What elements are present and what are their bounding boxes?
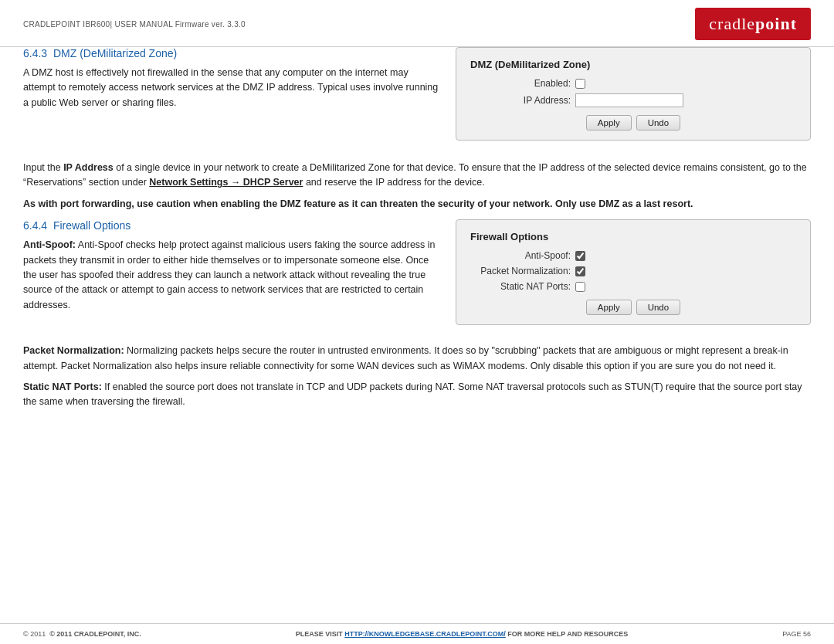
dmz-enabled-label: Enabled:	[470, 78, 571, 89]
dmz-undo-button[interactable]: Undo	[636, 115, 681, 130]
doc-title: CRADLEPOINT IBR600| USER MANUAL Firmware…	[23, 20, 246, 29]
fw-undo-button[interactable]: Undo	[636, 300, 681, 315]
fw-panel: Firewall Options Anti-Spoof: Packet Norm…	[456, 219, 811, 325]
fw-staticnat-para: Static NAT Ports: If enabled the source …	[23, 380, 811, 410]
dmz-panel: DMZ (DeMilitarized Zone) Enabled: IP Add…	[456, 47, 811, 141]
dmz-text: 6.4.3 DMZ (DeMilitarized Zone) A DMZ hos…	[23, 47, 439, 153]
fw-staticnat-checkbox[interactable]	[575, 282, 585, 292]
fw-buttons: Apply Undo	[470, 300, 796, 315]
fw-packetnorm-label: Packet Normalization:	[470, 266, 571, 276]
fw-antispoof-checkbox[interactable]	[575, 251, 585, 261]
fw-staticnat-heading: Static NAT Ports:	[23, 381, 102, 392]
fw-panel-side: Firewall Options Anti-Spoof: Packet Norm…	[456, 219, 811, 337]
dmz-warning: As with port forwarding, use caution whe…	[23, 197, 811, 212]
fw-antispoof-para: Anti-Spoof: Anti-Spoof checks help prote…	[23, 238, 439, 313]
fw-apply-button[interactable]: Apply	[586, 300, 632, 315]
dmz-para1: A DMZ host is effectively not firewalled…	[23, 66, 439, 110]
dmz-para2-link: Network Settings → DHCP Server	[149, 177, 303, 188]
dmz-para2: Input the IP Address of a single device …	[23, 161, 811, 191]
dmz-heading-link[interactable]: DMZ (DeMilitarized Zone)	[53, 47, 177, 59]
dmz-panel-side: DMZ (DeMilitarized Zone) Enabled: IP Add…	[456, 47, 811, 153]
dmz-section: 6.4.3 DMZ (DeMilitarized Zone) A DMZ hos…	[23, 47, 811, 153]
logo-box: cradlepoint	[695, 8, 811, 40]
footer-copyright: © 2011 © 2011 CRADLEPOINT, INC.	[23, 630, 141, 638]
fw-panel-title: Firewall Options	[470, 231, 796, 242]
footer-center: PLEASE VISIT HTTP://KNOWLEDGEBASE.CRADLE…	[296, 630, 629, 638]
fw-staticnat-row: Static NAT Ports:	[470, 281, 796, 292]
dmz-ip-input[interactable]	[575, 93, 683, 107]
fw-text: 6.4.4 Firewall Options Anti-Spoof: Anti-…	[23, 219, 439, 337]
fw-packetnorm-para: Packet Normalization: Normalizing packet…	[23, 344, 811, 374]
dmz-apply-button[interactable]: Apply	[586, 115, 632, 130]
fw-staticnat-label: Static NAT Ports:	[470, 281, 571, 292]
fw-packetnorm-checkbox[interactable]	[575, 266, 585, 276]
dmz-para2-bold: IP Address	[63, 162, 114, 173]
dmz-panel-title: DMZ (DeMilitarized Zone)	[470, 59, 796, 70]
dmz-buttons: Apply Undo	[470, 115, 796, 130]
fw-antispoof-row: Anti-Spoof:	[470, 250, 796, 261]
footer-link[interactable]: HTTP://KNOWLEDGEBASE.CRADLEPOINT.COM/	[344, 630, 506, 638]
firewall-section: 6.4.4 Firewall Options Anti-Spoof: Anti-…	[23, 219, 811, 337]
fw-heading-link[interactable]: Firewall Options	[53, 219, 131, 232]
page-footer: © 2011 © 2011 CRADLEPOINT, INC. PLEASE V…	[0, 623, 834, 644]
dmz-enabled-checkbox[interactable]	[575, 79, 585, 89]
fw-packetnorm-heading: Packet Normalization:	[23, 345, 124, 356]
fw-heading: 6.4.4 Firewall Options	[23, 219, 439, 232]
page-header: CRADLEPOINT IBR600| USER MANUAL Firmware…	[0, 0, 834, 47]
fw-packetnorm-row: Packet Normalization:	[470, 266, 796, 276]
page-content: 6.4.3 DMZ (DeMilitarized Zone) A DMZ hos…	[0, 47, 834, 410]
dmz-ip-label: IP Address:	[470, 95, 571, 106]
dmz-heading: 6.4.3 DMZ (DeMilitarized Zone)	[23, 47, 439, 59]
fw-antispoof-label: Anti-Spoof:	[470, 250, 571, 261]
footer-page: PAGE 56	[782, 630, 811, 638]
logo: cradlepoint	[709, 14, 797, 33]
dmz-enabled-row: Enabled:	[470, 78, 796, 89]
fw-antispoof-heading: Anti-Spoof:	[23, 239, 76, 250]
dmz-ip-row: IP Address:	[470, 93, 796, 107]
